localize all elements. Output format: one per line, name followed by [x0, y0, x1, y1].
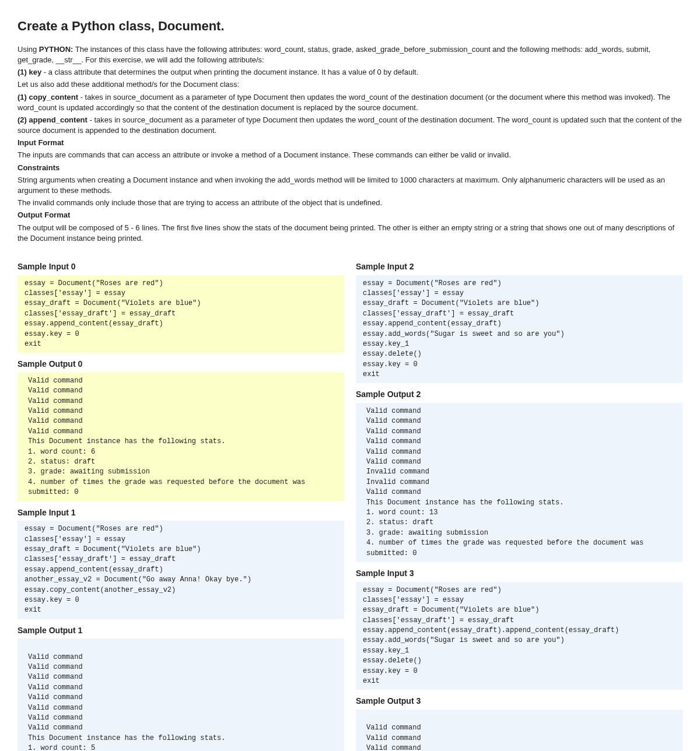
sample-output-header: Sample Output 1 — [18, 625, 344, 637]
sample-output-header: Sample Output 3 — [356, 696, 682, 707]
sample-input-header: Sample Input 1 — [18, 507, 344, 519]
sample-input-header: Sample Input 2 — [356, 261, 682, 273]
sample-output-header: Sample Output 0 — [18, 359, 344, 370]
problem-description: Using PYTHON: The instances of this clas… — [18, 44, 682, 244]
page-title: Create a Python class, Document. — [18, 17, 682, 36]
input-format-label: Input Format — [18, 138, 682, 148]
output-format-text: The output will be composed of 5 - 6 lin… — [18, 223, 682, 244]
samples-container: Sample Input 0essay = Document("Roses ar… — [18, 255, 682, 751]
sample-input-code: essay = Document("Roses are red") classe… — [18, 521, 344, 619]
output-format-label: Output Format — [18, 210, 682, 220]
constraints-label: Constraints — [18, 163, 682, 173]
method-append-text: - takes in source_document as a paramete… — [18, 115, 682, 135]
attr-key-bold: (1) key — [18, 68, 41, 76]
sample-output-code: Valid command Valid command Valid comman… — [356, 403, 682, 562]
input-format-text: The inputs are commands that can access … — [18, 150, 682, 160]
sample-output-code: Valid command Valid command Valid comman… — [18, 373, 344, 501]
sample-output-code: Valid command Valid command Valid comman… — [18, 638, 344, 751]
method-copy-text: - takes in source_document as a paramete… — [18, 93, 670, 112]
method-append-bold: (2) append_content — [18, 115, 88, 124]
attr-key-text: - a class attribute that determines the … — [41, 68, 418, 76]
sample-input-code: essay = Document("Roses are red") classe… — [18, 275, 344, 353]
samples-left-column: Sample Input 0essay = Document("Roses ar… — [18, 255, 344, 751]
sample-input-header: Sample Input 3 — [356, 568, 682, 580]
intro-python-bold: PYTHON: — [39, 45, 74, 54]
intro-post: The instances of this class have the fol… — [18, 45, 650, 64]
intro-methods-lead: Let us also add these additional method/… — [18, 79, 682, 90]
sample-output-code: Valid command Valid command Valid comman… — [356, 710, 682, 751]
sample-input-code: essay = Document("Roses are red") classe… — [356, 582, 682, 690]
sample-input-code: essay = Document("Roses are red") classe… — [356, 275, 682, 384]
constraints-text-2: The invalid commands only include those … — [18, 198, 682, 208]
samples-right-column: Sample Input 2essay = Document("Roses ar… — [356, 255, 682, 751]
sample-input-header: Sample Input 0 — [18, 261, 344, 273]
intro-pre: Using — [18, 45, 39, 54]
method-copy-bold: (1) copy_content — [18, 93, 78, 101]
sample-output-header: Sample Output 2 — [356, 389, 682, 401]
constraints-text-1: String arguments when creating a Documen… — [18, 175, 682, 196]
